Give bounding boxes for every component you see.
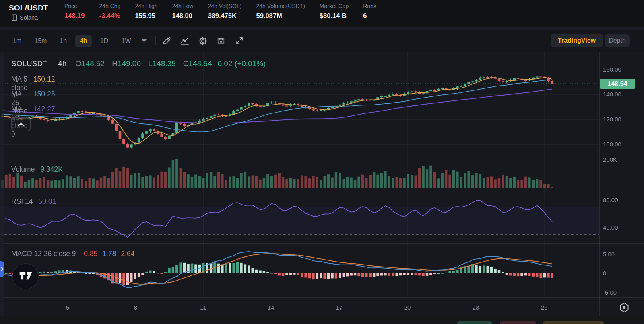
- header-toolbar-gap: [0, 27, 644, 30]
- rsi-legend[interactable]: RSI 14 50.01: [11, 197, 56, 206]
- tradingview-tab[interactable]: TradingView: [551, 34, 603, 47]
- indicators-icon[interactable]: [180, 36, 190, 46]
- tradingview-logo-icon: [19, 271, 33, 282]
- x-axis-label-5: 5: [60, 304, 76, 311]
- header-stat-price: Price148.19: [64, 3, 85, 20]
- collapse-panel-button[interactable]: [11, 117, 31, 131]
- token-info-icon: [11, 14, 17, 21]
- side-panel-tab[interactable]: [0, 261, 4, 277]
- macd-legend[interactable]: MACD 12 26 close 9 -0.851.782.64: [11, 250, 135, 258]
- x-axis-label-11: 11: [195, 304, 211, 311]
- legend-symbol: SOLUSDT: [11, 59, 47, 68]
- trading-app: SOL/USDT Solana Price148.1924h Chg-3.44%…: [0, 0, 644, 324]
- y-axis-label-5-00: 5.00: [603, 251, 615, 258]
- legend-interval: 4h: [58, 59, 66, 68]
- partial-red-button[interactable]: [500, 321, 536, 324]
- chart-toolbar: 1m15m1h4h1D1W TradingView Depth: [0, 30, 644, 52]
- market-stats-bar: SOL/USDT Solana Price148.1924h Chg-3.44%…: [0, 0, 644, 27]
- legend-change: 0.02 (+0.01%): [218, 59, 266, 68]
- header-stats: Price148.1924h Chg-3.44%24h High155.9524…: [64, 3, 376, 20]
- draw-tool-icon[interactable]: [162, 36, 171, 46]
- x-axis-label-26: 26: [536, 304, 552, 311]
- timeframe-15m[interactable]: 15m: [30, 35, 51, 47]
- timeframe-1m[interactable]: 1m: [8, 35, 26, 47]
- ohlc-o: O148.52: [75, 59, 105, 68]
- header-stat-24h-volume-usdt: 24h Volume(USDT)59.087M: [256, 3, 305, 20]
- y-axis-label-120-00: 120.00: [603, 116, 621, 123]
- partial-green-button[interactable]: [457, 321, 492, 324]
- header-stat-24h-high: 24h High155.95: [135, 3, 157, 20]
- bottom-panel-edge: [0, 316, 644, 324]
- header-stat-24h-low: 24h Low148.00: [172, 3, 193, 20]
- x-axis-label-8: 8: [128, 304, 144, 311]
- tradingview-logo[interactable]: [12, 263, 39, 289]
- timeframe-4h[interactable]: 4h: [75, 35, 92, 47]
- volume-legend[interactable]: Volume 9.342K: [11, 165, 63, 174]
- chart-preferences-icon[interactable]: [619, 301, 630, 314]
- y-axis-label-200k: 200K: [603, 156, 617, 163]
- macd-legend-values: -0.851.782.64: [82, 250, 135, 258]
- pair-title: SOL/USDT: [9, 4, 48, 12]
- timeframe-more-caret[interactable]: [142, 39, 147, 42]
- chart-settings-icon[interactable]: [198, 36, 208, 46]
- network-link-solana[interactable]: Solana: [20, 14, 38, 21]
- legend-ohlc-values: O148.52H149.00L148.35C148.54: [74, 59, 212, 68]
- x-axis-label-17: 17: [331, 304, 347, 311]
- ohlc-c: C148.54: [183, 59, 212, 68]
- partial-yellow-button[interactable]: [543, 321, 604, 324]
- last-price-tag: 148.54: [600, 79, 635, 89]
- header-stat-24h-chg: 24h Chg-3.44%: [99, 3, 120, 20]
- x-axis-label-20: 20: [399, 304, 415, 311]
- y-axis-label-100-00: 100.00: [603, 141, 621, 148]
- ohlc-l: L148.35: [148, 59, 176, 68]
- chart-tools: [162, 30, 244, 52]
- timeframe-1h[interactable]: 1h: [55, 35, 71, 47]
- price-chart-canvas[interactable]: [0, 52, 644, 316]
- x-axis-label-23: 23: [468, 304, 484, 311]
- ohlc-h: H149.00: [112, 59, 141, 68]
- y-axis-label-40-00: 40.00: [603, 224, 618, 231]
- y-axis-label-0: 0: [603, 270, 606, 277]
- chevron-right-icon: [1, 266, 4, 273]
- y-axis-label-5-00: -5.00: [603, 289, 617, 296]
- fullscreen-icon[interactable]: [234, 36, 244, 46]
- timeframe-group: 1m15m1h4h1D1W: [8, 30, 147, 52]
- timeframe-1w[interactable]: 1W: [117, 35, 135, 47]
- toolbar-divider: [155, 36, 156, 45]
- header-stat-rank: Rank6: [363, 3, 376, 20]
- header-stat-market-cap: Market Cap$80.14 B: [320, 3, 349, 20]
- depth-tab[interactable]: Depth: [605, 34, 630, 47]
- x-axis-label-14: 14: [263, 304, 279, 311]
- pair-block: SOL/USDT Solana: [9, 4, 48, 21]
- y-axis-label-140-00: 140.00: [603, 91, 621, 98]
- timeframe-1d[interactable]: 1D: [96, 35, 113, 47]
- header-stat-24h-vol-sol: 24h Vol(SOL)389.475K: [208, 3, 242, 20]
- chevron-up-icon: [17, 121, 25, 128]
- y-axis-label-160-00: 160.00: [603, 66, 621, 73]
- ohlc-legend: SOLUSDT · 4h O148.52H149.00L148.35C148.5…: [11, 59, 266, 68]
- save-icon[interactable]: [216, 36, 226, 46]
- y-axis-label-80-00: 80.00: [603, 197, 618, 203]
